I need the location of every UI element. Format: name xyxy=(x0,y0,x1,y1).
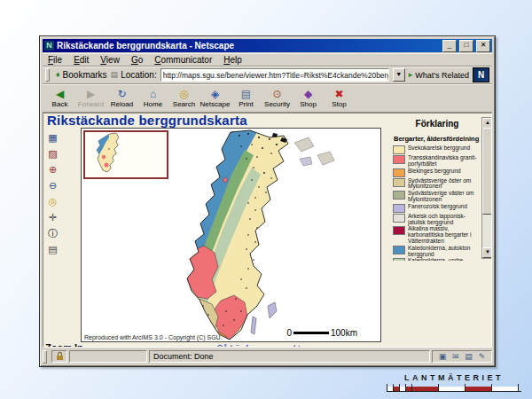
close-button[interactable]: ✕ xyxy=(476,40,490,52)
map-tool-button[interactable]: ✛ xyxy=(46,212,59,224)
menu-item[interactable]: Help xyxy=(223,55,242,65)
bookmarks-button[interactable]: ♦ Bookmarks xyxy=(56,70,107,80)
toolbar-button[interactable]: ▤ Print xyxy=(231,84,262,112)
toolbar-button[interactable]: ◎ Search xyxy=(168,84,200,112)
legend-item: Sydvästsverige väster om Mylonitzonen xyxy=(393,191,481,203)
legend-swatch xyxy=(393,246,405,254)
toolbar-button-label: Shop xyxy=(300,100,317,108)
page-icon: ▤ xyxy=(111,71,119,79)
legend-swatch xyxy=(393,226,405,235)
legend-item-label: Transskandinaviska granit-porfyrbältet xyxy=(408,155,481,168)
map-tool-button[interactable]: ⓘ xyxy=(46,228,59,240)
tool-help-link[interactable]: Så här fungerar verktygen. xyxy=(150,344,389,348)
toolbar-button[interactable]: ◈ Netscape xyxy=(200,84,231,112)
legend-item-label: Kaledoniderna, undre skollberggrunden xyxy=(408,258,481,261)
toolbar-grip[interactable] xyxy=(45,68,50,82)
toolbar-button-label: Forward xyxy=(78,100,104,108)
legend-item: Arkeisk och lapponisk-jatulisk berggrund xyxy=(393,214,481,226)
legend-item: Alkalina massiv, karbonatitiska bergarte… xyxy=(393,226,481,244)
title-bar[interactable]: N Rikstäckande berggrundskarta - Netscap… xyxy=(43,39,492,52)
map-frame: Reproduced with ArcIMS 3.0 - Copyright (… xyxy=(81,128,381,342)
legend-item: Blekinges berggrund xyxy=(393,168,481,177)
netscape-window: N Rikstäckande berggrundskarta - Netscap… xyxy=(39,35,496,367)
scale-line xyxy=(293,332,329,334)
toolbar-button[interactable]: ✖ Stop xyxy=(324,84,355,112)
map-tool-button[interactable]: ▦ xyxy=(46,132,59,145)
toolbar-button[interactable]: ◆ Shop xyxy=(293,84,324,112)
overview-sweden xyxy=(85,132,163,174)
map-tool-button[interactable]: ◎ xyxy=(46,196,59,208)
map-tool-button[interactable]: ▨ xyxy=(46,148,59,160)
statusbar-grip[interactable] xyxy=(43,350,47,364)
toolbar-button-label: Home xyxy=(144,100,162,108)
minimize-button[interactable]: _ xyxy=(442,40,457,52)
netscape-app-icon: N xyxy=(44,41,54,51)
discussions-icon[interactable]: ▤ xyxy=(465,352,473,361)
legend-swatch xyxy=(393,214,405,223)
legend-panel: Förklaring Bergarter, åldersfördelning S… xyxy=(393,117,481,261)
toolbar-button[interactable]: ▶ Forward xyxy=(75,84,106,112)
menu-item[interactable]: Edit xyxy=(74,55,89,65)
legend-item-label: Fanerozoisk berggrund xyxy=(408,204,467,210)
whats-related-button[interactable]: ▸ What's Related xyxy=(409,71,469,80)
composer-icon[interactable]: ✎ xyxy=(479,352,486,361)
menu-item[interactable]: Communicator xyxy=(154,55,212,65)
active-tool-label: Zoom In xyxy=(45,342,83,348)
page-title: Rikstäckande berggrundskarta xyxy=(47,113,247,128)
netscape-throbber-icon[interactable]: N xyxy=(473,67,489,82)
region-pink-spot xyxy=(223,178,228,183)
security-icon: ⊙ xyxy=(272,89,281,100)
toolbar-button[interactable]: ◀ Back xyxy=(44,84,75,112)
toolbar-button-label: Stop xyxy=(332,100,346,108)
zoom-in-icon: ⊕ xyxy=(49,164,57,175)
map-credit: Reproduced with ArcIMS 3.0 - Copyright (… xyxy=(84,334,223,340)
window-title: Rikstäckande berggrundskarta - Netscape xyxy=(57,41,440,51)
map-tool-button[interactable]: ⊕ xyxy=(46,164,59,176)
legend-item-label: Alkalina massiv, karbonatitiska bergarte… xyxy=(408,226,481,244)
overview-map-icon: ▦ xyxy=(48,132,57,143)
component-bar: ▣✉▤✎ xyxy=(432,350,492,363)
lantmateriet-logo-text: LANTMÄTERIET xyxy=(387,373,521,382)
whats-related-label: What's Related xyxy=(415,71,469,80)
legend-swatch xyxy=(393,258,405,261)
menu-item[interactable]: File xyxy=(48,55,62,65)
scroll-down-icon[interactable]: ▼ xyxy=(482,247,492,258)
maximize-button[interactable]: □ xyxy=(459,40,473,52)
region-transskandinaviska-nord xyxy=(185,246,218,299)
print-icon: ▤ xyxy=(241,89,251,100)
menu-item[interactable]: View xyxy=(100,55,120,65)
overview-speckle xyxy=(108,148,109,149)
legend-subtitle: Bergarter, åldersfördelning xyxy=(394,135,481,143)
mailbox-icon[interactable]: ✉ xyxy=(452,352,459,361)
scrollbar-thumb[interactable] xyxy=(482,128,492,215)
search-icon: ◎ xyxy=(179,89,188,100)
identify-icon: ⓘ xyxy=(48,228,58,239)
menu-item[interactable]: Go xyxy=(131,55,143,65)
navigator-icon[interactable]: ▣ xyxy=(439,352,447,361)
legend-scrollbar[interactable]: ▲ ▼ xyxy=(481,117,492,259)
toolbar-button[interactable]: ↻ Reload xyxy=(106,84,137,112)
legend-item: Svekokarelsk berggrund xyxy=(393,145,481,154)
forward-icon: ▶ xyxy=(87,89,95,100)
overview-inset-map[interactable] xyxy=(83,130,168,179)
scale-start: 0 xyxy=(286,328,292,338)
home-icon: ⌂ xyxy=(150,89,156,100)
legend-items: Svekokarelsk berggrund Transskandinavisk… xyxy=(393,145,481,261)
security-status[interactable] xyxy=(51,350,67,363)
zoom-out-icon: ⊖ xyxy=(49,180,57,191)
map-tool-button[interactable]: ⊖ xyxy=(46,180,59,192)
location-bar: ♦ Bookmarks ▤ Location: http://maps.sgu.… xyxy=(43,66,492,84)
map-tool-button[interactable]: ▤ xyxy=(46,244,59,256)
toolbar-button[interactable]: ⌂ Home xyxy=(137,84,168,112)
netscape-icon: ◈ xyxy=(211,89,219,100)
url-dropdown-arrow[interactable]: ▼ xyxy=(393,68,405,82)
legend-item-label: Arkeisk och lapponisk-jatulisk berggrund xyxy=(408,214,481,226)
map-tool-column: ▦ ▨ ⊕ ⊖ ◎ ✛ ⓘ ▤ xyxy=(46,132,59,256)
url-input[interactable]: http://maps.sgu.se/bene/viewer.htm?Title… xyxy=(160,68,389,82)
legend-item-label: Blekinges berggrund xyxy=(408,168,461,175)
legend-item: Sydvästsverige öster om Mylonitzonen xyxy=(393,178,481,191)
toolbar-button[interactable]: ⊙ Security xyxy=(262,84,293,112)
print-map-icon: ▤ xyxy=(48,244,57,254)
menu-bar: FileEditViewGoCommunicatorHelp xyxy=(43,53,492,66)
desktop-background: N Rikstäckande berggrundskarta - Netscap… xyxy=(0,0,532,399)
